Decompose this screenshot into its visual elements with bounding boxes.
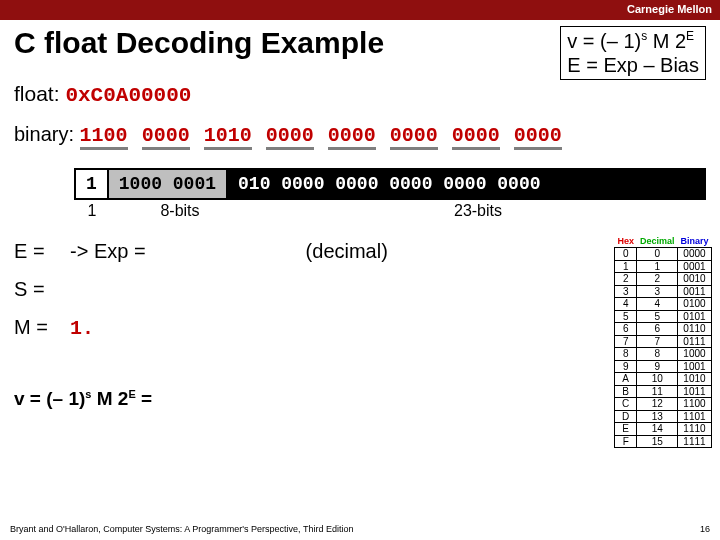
table-cell: 9 <box>637 360 678 373</box>
table-cell: 4 <box>637 298 678 311</box>
table-cell: 0110 <box>677 323 711 336</box>
bit-label-row: 1 8-bits 23-bits <box>74 202 706 220</box>
table-cell: D <box>614 410 637 423</box>
table-cell: E <box>614 423 637 436</box>
header-bar: Carnegie Mellon <box>0 0 720 20</box>
table-cell: 10 <box>637 373 678 386</box>
binary-nibble: 0000 <box>328 124 376 150</box>
table-cell: 15 <box>637 435 678 448</box>
formula-text: M 2 <box>647 30 686 52</box>
val-sup-E: E <box>128 388 135 400</box>
table-cell: 7 <box>614 335 637 348</box>
table-row: D131101 <box>614 410 711 423</box>
binary-nibble: 1100 <box>80 124 128 150</box>
table-cell: 14 <box>637 423 678 436</box>
table-row: 660110 <box>614 323 711 336</box>
title-row: C float Decoding Example v = (– 1)s M 2E… <box>14 26 706 80</box>
table-cell: 2 <box>637 273 678 286</box>
table-row: 440100 <box>614 298 711 311</box>
table-row: 881000 <box>614 348 711 361</box>
binary-nibble: 0000 <box>452 124 500 150</box>
slide-body: C float Decoding Example v = (– 1)s M 2E… <box>0 20 720 410</box>
table-cell: 0 <box>637 248 678 261</box>
sign-bit-cell: 1 <box>74 168 109 200</box>
formula-box: v = (– 1)s M 2E E = Exp – Bias <box>560 26 706 80</box>
footer: Bryant and O'Hallaron, Computer Systems:… <box>10 524 710 534</box>
formula-line-2: E = Exp – Bias <box>567 53 699 77</box>
table-row: B111011 <box>614 385 711 398</box>
table-cell: 1 <box>614 260 637 273</box>
row-E: E = -> Exp = (decimal) <box>14 232 706 270</box>
hex-head-hex: Hex <box>617 236 634 246</box>
float-line: float: 0xC0A00000 <box>14 82 706 107</box>
slide-title: C float Decoding Example <box>14 26 384 60</box>
table-row: C121100 <box>614 398 711 411</box>
table-cell: 0100 <box>677 298 711 311</box>
M-label: M = <box>14 308 70 346</box>
formula-line-1: v = (– 1)s M 2E <box>567 29 699 53</box>
footer-page: 16 <box>700 524 710 534</box>
exponent-cell: 1000 0001 <box>109 168 228 200</box>
table-cell: F <box>614 435 637 448</box>
table-cell: 3 <box>614 285 637 298</box>
table-row: A101010 <box>614 373 711 386</box>
hex-head-bin: Binary <box>680 236 708 246</box>
table-cell: B <box>614 385 637 398</box>
table-cell: 0000 <box>677 248 711 261</box>
table-cell: 1100 <box>677 398 711 411</box>
body-values: E = -> Exp = (decimal) S = M = 1. <box>14 232 706 348</box>
binary-groups: 1100 0000 1010 0000 0000 0000 0000 0000 <box>80 124 564 147</box>
table-cell: 4 <box>614 298 637 311</box>
table-cell: 1011 <box>677 385 711 398</box>
table-cell: 1 <box>637 260 678 273</box>
table-cell: 1111 <box>677 435 711 448</box>
table-cell: 0 <box>614 248 637 261</box>
E-label: E = <box>14 232 70 270</box>
table-cell: 5 <box>637 310 678 323</box>
table-cell: 9 <box>614 360 637 373</box>
table-row: 110001 <box>614 260 711 273</box>
E-expr: -> Exp = <box>70 232 146 270</box>
table-cell: 8 <box>637 348 678 361</box>
binary-nibble: 0000 <box>514 124 562 150</box>
formula-text: v = (– 1) <box>567 30 641 52</box>
table-cell: 6 <box>637 323 678 336</box>
table-cell: 11 <box>637 385 678 398</box>
table-cell: A <box>614 373 637 386</box>
table-row: 000000 <box>614 248 711 261</box>
binary-label: binary: <box>14 123 80 145</box>
table-cell: C <box>614 398 637 411</box>
table-cell: 1000 <box>677 348 711 361</box>
val-text: = <box>136 388 152 409</box>
binary-nibble: 0000 <box>390 124 438 150</box>
table-cell: 0011 <box>677 285 711 298</box>
binary-nibble: 0000 <box>266 124 314 150</box>
float-value: 0xC0A00000 <box>65 84 191 107</box>
hex-table-head: Hex Decimal Binary <box>614 236 711 248</box>
table-row: 220010 <box>614 273 711 286</box>
hex-head-dec: Decimal <box>640 236 675 246</box>
table-cell: 2 <box>614 273 637 286</box>
table-row: 770111 <box>614 335 711 348</box>
exp-width-label: 8-bits <box>110 202 250 220</box>
table-cell: 0001 <box>677 260 711 273</box>
table-cell: 1010 <box>677 373 711 386</box>
table-row: F151111 <box>614 435 711 448</box>
table-cell: 1101 <box>677 410 711 423</box>
binary-nibble: 1010 <box>204 124 252 150</box>
hex-table: Hex Decimal Binary 000000110001220010330… <box>614 236 712 448</box>
table-cell: 1001 <box>677 360 711 373</box>
table-cell: 6 <box>614 323 637 336</box>
value-line: v = (– 1)s M 2E = <box>14 388 706 410</box>
footer-credit: Bryant and O'Hallaron, Computer Systems:… <box>10 524 353 534</box>
formula-sup-E: E <box>686 29 694 43</box>
hex-table-body: 0000001100012200103300114401005501016601… <box>614 248 711 448</box>
float-label: float: <box>14 82 65 105</box>
org-label: Carnegie Mellon <box>627 3 712 15</box>
table-cell: 12 <box>637 398 678 411</box>
mantissa-cell: 010 0000 0000 0000 0000 0000 <box>228 168 706 200</box>
table-row: 991001 <box>614 360 711 373</box>
decimal-word: (decimal) <box>306 232 388 270</box>
val-text: M 2 <box>91 388 128 409</box>
binary-nibble: 0000 <box>142 124 190 150</box>
